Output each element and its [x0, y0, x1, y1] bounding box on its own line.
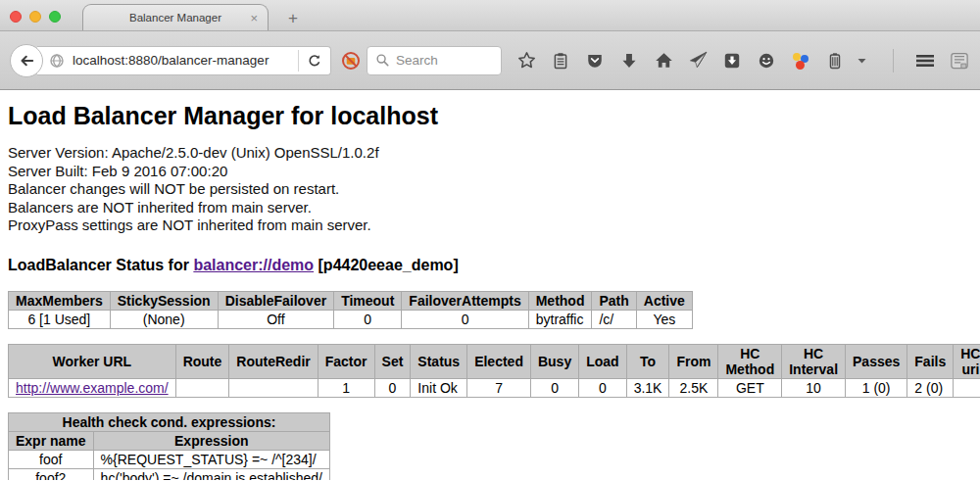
proxypass-notice-line: ProxyPass settings are NOT inherited fro… [8, 216, 972, 235]
plugin-blocked-button[interactable] [341, 50, 361, 72]
cell-expr-name: foof [9, 450, 94, 468]
col-status: Status [411, 344, 467, 378]
server-version-line: Server Version: Apache/2.5.0-dev (Unix) … [8, 144, 972, 163]
bookmark-star-button[interactable] [515, 50, 537, 72]
container-icon [826, 52, 844, 70]
cell-path: /c/ [592, 310, 636, 328]
color-dots-icon [792, 52, 809, 70]
table-header-row: MaxMembers StickySession DisableFailover… [9, 291, 693, 310]
col-disablefailover: DisableFailover [218, 291, 334, 310]
col-set: Set [374, 344, 411, 378]
balancers-notice-line: Balancers are NOT inherited from main se… [8, 199, 972, 217]
search-bar[interactable] [367, 46, 502, 75]
url-input[interactable] [73, 53, 298, 68]
heading-prefix: LoadBalancer Status for [8, 257, 193, 273]
send-tab-button[interactable] [687, 50, 709, 72]
navigation-toolbar [0, 31, 980, 90]
col-hc-interval: HC Interval [782, 344, 846, 378]
col-busy: Busy [530, 344, 578, 378]
col-timeout: Timeout [334, 291, 402, 310]
col-from: From [669, 344, 718, 378]
cell-worker-url: http://www.example.com/ [9, 378, 176, 397]
col-expr-name: Expr name [9, 431, 94, 450]
cell-hc-interval: 10 [782, 378, 846, 397]
toolbar-icon-row [515, 49, 970, 72]
container-button[interactable] [824, 50, 846, 72]
grid-clipper-icon [950, 51, 969, 71]
cell-hc-method: GET [718, 378, 782, 397]
cell-timeout: 0 [334, 310, 402, 328]
feedback-smiley-button[interactable] [756, 50, 777, 72]
search-input[interactable] [396, 53, 484, 68]
browser-window: Balancer Manager × + [0, 0, 980, 481]
col-load: Load [579, 344, 626, 378]
table-row: http://www.example.com/ 1 0 Init Ok 7 0 … [9, 378, 980, 397]
smiley-icon [758, 52, 775, 70]
col-elected: Elected [467, 344, 531, 378]
table-header-row: Expr name Expression [9, 431, 330, 450]
menu-button[interactable] [914, 50, 936, 72]
clipper-button[interactable] [949, 50, 970, 72]
cell-to: 3.1K [626, 378, 669, 397]
page-content: Load Balancer Manager for localhost Serv… [0, 90, 980, 480]
search-icon [375, 53, 390, 68]
cell-expr-name: foof2 [9, 468, 94, 480]
cell-disablefailover: Off [218, 310, 334, 328]
cell-routeredir [229, 378, 318, 397]
col-factor: Factor [318, 344, 374, 378]
reload-button[interactable] [299, 53, 330, 69]
url-bar[interactable] [37, 46, 331, 75]
extension-download-button[interactable] [721, 50, 743, 72]
cell-expression: hc('body') =~ /domain is established/ [93, 468, 329, 480]
pocket-icon [586, 52, 604, 70]
close-window-button[interactable] [10, 11, 22, 23]
cell-active: Yes [636, 310, 692, 328]
home-button[interactable] [653, 50, 674, 72]
cell-route [175, 378, 229, 397]
cell-busy: 0 [530, 378, 578, 397]
col-stickysession: StickySession [110, 291, 218, 310]
cell-passes: 1 (0) [846, 378, 907, 397]
heading-suffix: [p4420eeae_demo] [314, 257, 459, 273]
back-button[interactable] [10, 44, 43, 77]
window-controls [10, 11, 61, 23]
table-header-row: Worker URL Route RouteRedir Factor Set S… [9, 344, 980, 378]
cell-fails: 2 (0) [907, 378, 954, 397]
col-routeredir: RouteRedir [229, 344, 318, 378]
home-icon [655, 51, 673, 70]
col-to: To [626, 344, 669, 378]
col-failoverattempts: FailoverAttempts [402, 291, 528, 310]
browser-tab[interactable]: Balancer Manager × [82, 4, 269, 30]
persist-notice-line: Balancer changes will NOT be persisted o… [8, 180, 972, 199]
titlebar: Balancer Manager × + [0, 0, 980, 31]
minimize-window-button[interactable] [29, 11, 41, 23]
new-tab-button[interactable]: + [282, 10, 304, 26]
color-dots-extension-button[interactable] [790, 50, 811, 72]
cell-expression: %{REQUEST_STATUS} =~ /^[234]/ [93, 450, 329, 468]
downloads-button[interactable] [618, 50, 640, 72]
download-icon [620, 52, 638, 70]
loadbalancer-status-heading: LoadBalancer Status for balancer://demo … [8, 257, 972, 274]
col-active: Active [636, 291, 692, 310]
page-title: Load Balancer Manager for localhost [8, 90, 972, 130]
worker-url-link[interactable]: http://www.example.com/ [16, 380, 169, 396]
tab-close-icon[interactable]: × [250, 11, 258, 25]
health-check-title: Health check cond. expressions: [9, 412, 330, 431]
col-passes: Passes [846, 344, 907, 378]
hamburger-menu-icon [915, 53, 935, 69]
col-fails: Fails [907, 344, 954, 378]
cell-status: Init Ok [411, 378, 467, 397]
reading-list-button[interactable] [550, 50, 571, 72]
balancer-demo-link[interactable]: balancer://demo [193, 257, 314, 273]
col-worker-url: Worker URL [9, 344, 176, 378]
send-plane-icon [689, 51, 708, 70]
container-dropdown-button[interactable] [851, 50, 872, 72]
col-hc-uri: HC uri [954, 344, 980, 378]
col-hc-method: HC Method [718, 344, 782, 378]
pocket-button[interactable] [584, 50, 606, 72]
table-title-row: Health check cond. expressions: [9, 412, 330, 431]
cell-method: bytraffic [528, 310, 592, 328]
balancer-status-table: MaxMembers StickySession DisableFailover… [8, 291, 693, 329]
zoom-window-button[interactable] [49, 11, 61, 23]
cell-stickysession: (None) [110, 310, 218, 328]
